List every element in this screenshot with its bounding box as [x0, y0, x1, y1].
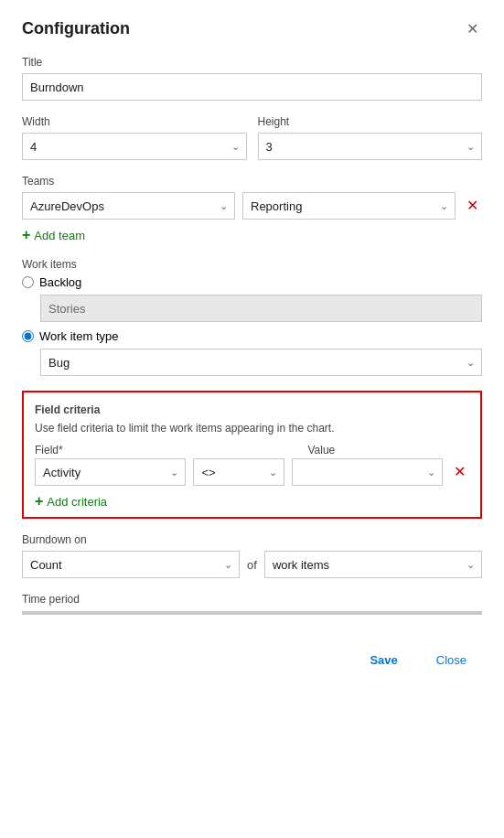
criteria-fields-row: Activity Area Path Iteration Path State … [35, 458, 469, 486]
criteria-field-col: Activity Area Path Iteration Path State … [35, 458, 186, 486]
width-label: Width [22, 115, 247, 128]
burndown-count-select-wrap: Count Sum ⌄ [22, 551, 240, 578]
radio-group: Backlog Work item type Bug Epic Feature … [22, 275, 482, 376]
criteria-field-select-wrap: Activity Area Path Iteration Path State … [35, 458, 186, 486]
height-col: Height 123456 ⌄ [258, 115, 483, 160]
work-item-type-select-wrap: Bug Epic Feature Story Task ⌄ [40, 349, 482, 376]
dialog-footer: Save Close [22, 637, 482, 672]
save-button[interactable]: Save [354, 648, 413, 672]
op-col-label [204, 444, 301, 457]
backlog-value-input [40, 295, 482, 322]
burndown-items-select[interactable]: work items story points remaining work [264, 551, 482, 578]
burndown-of-label: of [247, 558, 257, 572]
backlog-radio-label: Backlog [39, 275, 81, 289]
close-dialog-button[interactable]: ✕ [463, 18, 482, 39]
burndown-count-select[interactable]: Count Sum [22, 551, 240, 578]
field-criteria-title: Field criteria [35, 403, 469, 416]
dimensions-section: Width 123456 ⌄ Height 123456 ⌄ [22, 115, 482, 160]
burndown-section: Burndown on Count Sum ⌄ of work items st… [22, 533, 482, 578]
teams-label: Teams [22, 175, 482, 188]
criteria-val-select[interactable] [292, 458, 443, 486]
criteria-val-select-wrap: ⌄ [292, 458, 443, 486]
criteria-op-col: = <> < > <= >= ⌄ [193, 458, 284, 486]
criteria-op-select[interactable]: = <> < > <= >= [193, 458, 284, 486]
width-col: Width 123456 ⌄ [22, 115, 247, 160]
remove-team-button[interactable]: ✕ [463, 199, 482, 213]
burndown-items-select-wrap: work items story points remaining work ⌄ [264, 551, 482, 578]
close-button[interactable]: Close [421, 648, 482, 672]
teams-section: Teams AzureDevOps ⌄ Reporting ⌄ ✕ + Add … [22, 175, 482, 243]
title-section: Title [22, 56, 482, 101]
add-team-button[interactable]: + Add team [22, 227, 85, 243]
burndown-row: Count Sum ⌄ of work items story points r… [22, 551, 482, 578]
work-items-label: Work items [22, 258, 482, 271]
work-item-type-select[interactable]: Bug Epic Feature Story Task [40, 349, 482, 376]
burndown-label: Burndown on [22, 533, 482, 546]
work-item-type-radio-label: Work item type [39, 329, 118, 343]
val-col-label: Value [307, 444, 469, 457]
criteria-val-col: ⌄ [292, 458, 443, 486]
add-criteria-label: Add criteria [47, 495, 107, 509]
teams-row: AzureDevOps ⌄ Reporting ⌄ ✕ [22, 192, 482, 220]
field-criteria-desc: Use field criteria to limit the work ite… [35, 422, 469, 435]
field-row-labels: Field* Value [35, 444, 469, 457]
height-select-wrap: 123456 ⌄ [258, 133, 483, 160]
width-select-wrap: 123456 ⌄ [22, 133, 247, 160]
height-select[interactable]: 123456 [258, 133, 483, 160]
add-criteria-plus-icon: + [35, 493, 43, 510]
add-criteria-button[interactable]: + Add criteria [35, 493, 107, 510]
dialog-header: Configuration ✕ [22, 18, 482, 39]
dialog-title: Configuration [22, 19, 130, 38]
work-item-type-radio-item[interactable]: Work item type [22, 329, 482, 343]
backlog-radio-item[interactable]: Backlog [22, 275, 482, 289]
team1-select-wrap: AzureDevOps ⌄ [22, 192, 235, 220]
configuration-dialog: Configuration ✕ Title Width 123456 ⌄ Hei… [0, 0, 504, 838]
title-input[interactable] [22, 73, 482, 101]
add-team-plus-icon: + [22, 227, 30, 243]
team2-select[interactable]: Reporting [242, 192, 456, 220]
time-period-bar [22, 611, 482, 615]
width-select[interactable]: 123456 [22, 133, 247, 160]
title-label: Title [22, 56, 482, 69]
height-label: Height [258, 115, 483, 128]
time-period-label: Time period [22, 593, 482, 606]
field-col-label: Field* [35, 444, 197, 457]
field-criteria-box: Field criteria Use field criteria to lim… [22, 391, 482, 519]
add-team-label: Add team [34, 229, 85, 242]
remove-criteria-button[interactable]: ✕ [450, 465, 469, 479]
team1-select[interactable]: AzureDevOps [22, 192, 235, 220]
criteria-field-select[interactable]: Activity Area Path Iteration Path State … [35, 458, 186, 486]
work-item-type-radio[interactable] [22, 330, 34, 342]
work-item-type-inner-wrap: Bug Epic Feature Story Task ⌄ [40, 349, 482, 376]
work-items-section: Work items Backlog Work item type Bug Ep… [22, 258, 482, 376]
team2-select-wrap: Reporting ⌄ [242, 192, 456, 220]
backlog-radio[interactable] [22, 276, 34, 288]
criteria-op-select-wrap: = <> < > <= >= ⌄ [193, 458, 284, 486]
time-period-section: Time period [22, 593, 482, 615]
